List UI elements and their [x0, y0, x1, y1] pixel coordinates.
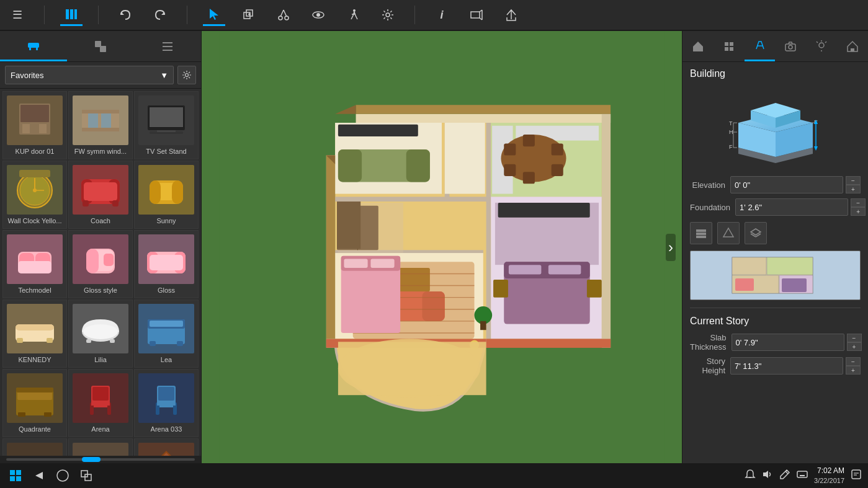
tab-materials[interactable]: [67, 31, 134, 61]
svg-point-15: [316, 13, 320, 17]
taskbar-left: [6, 466, 96, 485]
list-item[interactable]: Sunny: [134, 161, 199, 229]
svg-rect-35: [82, 110, 119, 113]
svg-rect-149: [548, 265, 581, 274]
share-icon[interactable]: [500, 4, 522, 26]
item-label: Gloss: [158, 286, 175, 294]
walk-icon[interactable]: [342, 4, 364, 26]
notification-icon[interactable]: [745, 469, 756, 482]
favorites-dropdown[interactable]: Favorites ▼: [5, 66, 174, 84]
select-icon[interactable]: [203, 4, 225, 26]
story-height-label: Story Height: [690, 357, 730, 375]
multitask-button[interactable]: [77, 466, 96, 485]
slab-thickness-label: Slab Thickness: [690, 333, 732, 352]
left-panel: Favorites ▼ KUP door 01: [0, 31, 202, 463]
elevation-input[interactable]: [730, 176, 843, 193]
menu-icon[interactable]: ☰: [6, 4, 29, 26]
expand-arrow[interactable]: ›: [666, 234, 676, 261]
story-height-input[interactable]: [730, 357, 843, 375]
slab-thickness-input[interactable]: [732, 334, 844, 351]
view3d-icon[interactable]: [465, 4, 488, 26]
redo-icon[interactable]: [149, 4, 171, 26]
info-icon[interactable]: i: [431, 4, 453, 26]
list-item[interactable]: Techmodel: [2, 230, 67, 298]
foundation-decrease-btn[interactable]: −: [851, 198, 866, 207]
svg-marker-3: [121, 12, 124, 15]
svg-rect-89: [92, 387, 109, 401]
slab-decrease-btn[interactable]: −: [847, 334, 862, 342]
windows-start-button[interactable]: [6, 466, 25, 485]
tab-objects[interactable]: [714, 31, 745, 61]
elevation-decrease-btn[interactable]: −: [846, 176, 861, 185]
list-item[interactable]: Quadrante: [2, 369, 67, 437]
list-item[interactable]: Gloss style: [68, 230, 133, 298]
roof-view-btn[interactable]: [717, 222, 740, 244]
action-center-icon[interactable]: [851, 469, 862, 482]
tab-furniture[interactable]: [0, 31, 67, 61]
slab-increase-btn[interactable]: +: [847, 342, 862, 351]
back-button[interactable]: [30, 466, 48, 485]
home-circle-button[interactable]: [53, 466, 72, 485]
items-grid: KUP door 01 FW symm wind...: [0, 89, 201, 456]
scrollbar-thumb[interactable]: [82, 457, 101, 462]
minimap: [690, 251, 861, 300]
list-item[interactable]: Gloss: [134, 230, 199, 298]
svg-rect-177: [730, 47, 733, 51]
svg-rect-47: [19, 170, 50, 177]
tab-home[interactable]: [837, 31, 868, 61]
list-item[interactable]: KENNEDY: [2, 299, 67, 368]
current-story-title: Current Story: [690, 316, 861, 327]
foundation-increase-btn[interactable]: +: [851, 207, 866, 216]
left-scrollbar[interactable]: [0, 456, 201, 463]
keyboard-icon[interactable]: [797, 469, 808, 482]
tab-paint[interactable]: [745, 31, 776, 61]
floors-view-btn[interactable]: [690, 222, 712, 244]
tab-camera[interactable]: [775, 31, 806, 61]
list-item[interactable]: Arena: [68, 369, 133, 437]
building-preview: T H F E: [690, 86, 861, 166]
tab-light[interactable]: [806, 31, 837, 61]
svg-marker-209: [723, 228, 733, 237]
elevation-btns: − +: [846, 176, 861, 193]
svg-rect-39: [150, 107, 183, 127]
duplicate-icon[interactable]: [238, 4, 260, 26]
svg-rect-153: [498, 203, 590, 218]
eye-icon[interactable]: [307, 4, 329, 26]
story-height-increase-btn[interactable]: +: [846, 366, 861, 375]
settings-btn[interactable]: [177, 66, 196, 84]
volume-icon[interactable]: [762, 469, 773, 482]
list-item[interactable]: Lilia: [68, 299, 133, 368]
list-item[interactable]: TV Set Stand: [134, 91, 199, 159]
tab-build[interactable]: [682, 31, 714, 61]
list-item[interactable]: Coach: [68, 161, 133, 229]
svg-rect-82: [177, 341, 183, 346]
svg-rect-166: [480, 321, 486, 330]
list-item[interactable]: Arena 033: [134, 369, 199, 437]
elevation-increase-btn[interactable]: +: [846, 185, 861, 193]
foundation-input[interactable]: [735, 198, 848, 216]
undo-icon[interactable]: [114, 4, 136, 26]
svg-rect-31: [39, 124, 47, 133]
layer-view-btn[interactable]: [745, 222, 767, 244]
main-layout: Favorites ▼ KUP door 01: [0, 31, 868, 463]
svg-marker-126: [326, 156, 335, 339]
elevation-label: Elevation: [690, 180, 730, 190]
list-item[interactable]: KUP door 01: [2, 91, 67, 159]
pen-icon[interactable]: [779, 469, 790, 482]
svg-rect-87: [44, 412, 51, 417]
library-icon[interactable]: [60, 4, 83, 26]
list-item[interactable]: partial3: [134, 438, 199, 456]
story-height-decrease-btn[interactable]: −: [846, 357, 861, 366]
svg-rect-18: [471, 12, 480, 18]
svg-rect-161: [523, 172, 535, 184]
list-item[interactable]: partial1: [2, 438, 67, 456]
list-item[interactable]: partial2: [68, 438, 133, 456]
list-item[interactable]: FW symm wind...: [68, 91, 133, 159]
list-item[interactable]: Lea: [134, 299, 199, 368]
svg-rect-172: [693, 47, 703, 51]
settings-icon[interactable]: [377, 4, 399, 26]
cut-icon[interactable]: [272, 4, 295, 26]
list-item[interactable]: Wall Clock Yello...: [2, 161, 67, 229]
building-title: Building: [690, 68, 861, 79]
tab-list[interactable]: [134, 31, 201, 61]
